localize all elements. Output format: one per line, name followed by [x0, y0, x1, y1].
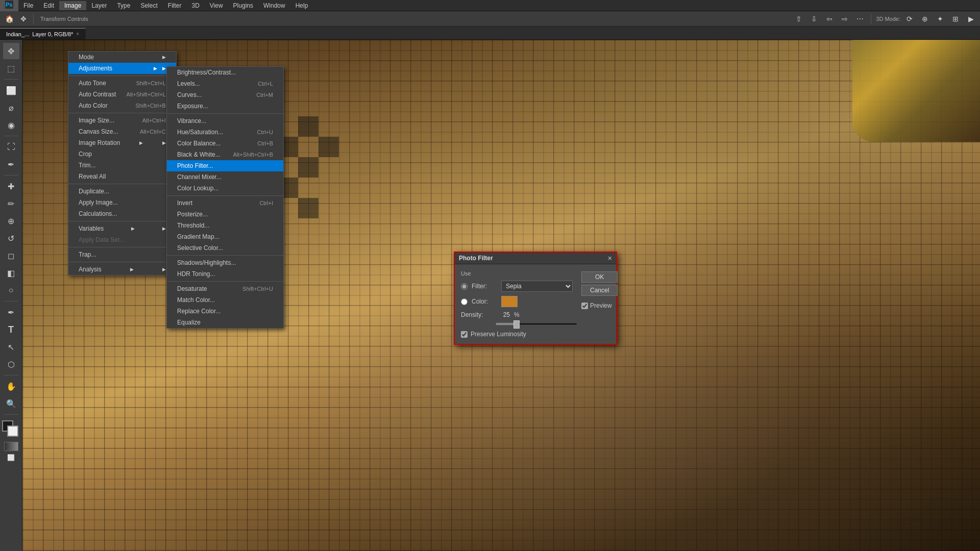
adj-hdr-toning[interactable]: HDR Toning... [167, 268, 283, 280]
pen-tool-btn[interactable]: ✒ [3, 304, 19, 320]
menu-item-crop[interactable]: Crop [68, 148, 176, 160]
menu-type[interactable]: Type [112, 1, 135, 10]
healing-tool-btn[interactable]: ✚ [3, 178, 19, 194]
quick-select-tool-btn[interactable]: ◉ [3, 117, 19, 133]
adj-levels[interactable]: Levels... Ctrl+L [167, 78, 283, 89]
3d-move-btn[interactable]: ⊞ [949, 13, 962, 25]
screen-mode-btn[interactable]: ⬜ [7, 454, 15, 461]
menu-item-calculations[interactable]: Calculations... [68, 208, 176, 219]
tb-btn-5[interactable]: ⋯ [854, 13, 866, 25]
adj-curves[interactable]: Curves... Ctrl+M [167, 89, 283, 101]
menu-window[interactable]: Window [258, 1, 290, 10]
lasso-tool-btn[interactable]: ⌀ [3, 99, 19, 116]
menu-item-duplicate[interactable]: Duplicate... [68, 186, 176, 197]
dodge-tool-btn[interactable]: ○ [3, 282, 19, 298]
menu-item-mode[interactable]: Mode [68, 52, 176, 63]
density-slider-track[interactable] [496, 322, 577, 325]
menu-plugins[interactable]: Plugins [228, 1, 258, 10]
menu-item-apply-image[interactable]: Apply Image... [68, 197, 176, 208]
hand-tool-btn[interactable]: ✋ [3, 378, 19, 394]
menu-3d[interactable]: 3D [186, 1, 204, 10]
menu-item-variables[interactable]: Variables ▶ [68, 223, 176, 234]
artboard-tool-btn[interactable]: ⬚ [3, 60, 19, 77]
3d-rotate-btn[interactable]: ⟳ [903, 13, 916, 25]
menu-item-adjustments[interactable]: Adjustments ▶ [68, 63, 176, 74]
adj-invert[interactable]: Invert Ctrl+I [167, 197, 283, 209]
history-brush-btn[interactable]: ↺ [3, 230, 19, 246]
crop-tool-btn[interactable]: ⛶ [3, 139, 19, 155]
menu-item-auto-contrast[interactable]: Auto Contrast Alt+Shift+Ctrl+L [68, 89, 176, 100]
home-btn[interactable]: 🏠 [3, 13, 15, 25]
menu-item-image-size[interactable]: Image Size... Alt+Ctrl+I [68, 115, 176, 126]
menu-edit[interactable]: Edit [38, 1, 59, 10]
preserve-luminosity-checkbox[interactable] [461, 331, 468, 338]
zoom-tool-btn[interactable]: 🔍 [3, 395, 19, 412]
adj-replace-color[interactable]: Replace Color... [167, 306, 283, 317]
menu-item-auto-tone[interactable]: Auto Tone Shift+Ctrl+L [68, 78, 176, 89]
eraser-tool-btn[interactable]: ◻ [3, 247, 19, 264]
filter-radio[interactable] [461, 283, 468, 290]
menu-select[interactable]: Select [135, 1, 162, 10]
adj-brightness-contrast[interactable]: Brightness/Contrast... [167, 67, 283, 78]
clone-tool-btn[interactable]: ⊕ [3, 213, 19, 229]
adj-exposure[interactable]: Exposure... [167, 101, 283, 112]
adj-match-color[interactable]: Match Color... [167, 294, 283, 306]
tb-btn-1[interactable]: ⇧ [793, 13, 805, 25]
tab-close-btn[interactable]: × [76, 31, 79, 37]
menu-layer[interactable]: Layer [86, 1, 112, 10]
tb-btn-3[interactable]: ⇦ [823, 13, 836, 25]
color-radio[interactable] [461, 298, 468, 305]
menu-help[interactable]: Help [290, 1, 313, 10]
tb-btn-4[interactable]: ⇨ [839, 13, 851, 25]
adj-color-lookup[interactable]: Color Lookup... [167, 183, 283, 194]
menu-item-analysis[interactable]: Analysis ▶ [68, 264, 176, 275]
path-select-btn[interactable]: ↖ [3, 339, 19, 355]
menu-file[interactable]: File [18, 1, 38, 10]
quick-mask-btn[interactable] [4, 442, 18, 451]
move-btn[interactable]: ✥ [17, 13, 30, 25]
shape-tool-btn[interactable]: ⬡ [3, 356, 19, 372]
adj-shadows-highlights[interactable]: Shadows/Highlights... [167, 257, 283, 268]
select-rect-tool-btn[interactable]: ⬜ [3, 82, 19, 98]
filter-select[interactable]: Sepia [501, 281, 573, 292]
adj-channel-mixer[interactable]: Channel Mixer... [167, 171, 283, 183]
menu-item-canvas-size[interactable]: Canvas Size... Alt+Ctrl+C [68, 126, 176, 137]
brush-tool-btn[interactable]: ✏ [3, 195, 19, 212]
menu-image[interactable]: Image [59, 1, 86, 10]
background-color[interactable] [7, 425, 18, 437]
color-swatch[interactable] [501, 296, 518, 307]
type-tool-btn[interactable]: T [3, 321, 19, 338]
menu-filter[interactable]: Filter [163, 1, 187, 10]
3d-pan-btn[interactable]: ⊕ [919, 13, 931, 25]
menu-item-image-rotation[interactable]: Image Rotation ▶ [68, 137, 176, 148]
dialog-ok-btn[interactable]: OK [581, 271, 618, 283]
tb-btn-2[interactable]: ⇩ [808, 13, 820, 25]
dialog-close-btn[interactable]: × [608, 255, 612, 262]
dialog-cancel-btn[interactable]: Cancel [581, 285, 618, 296]
preview-checkbox[interactable] [581, 303, 588, 309]
3d-zoom-btn[interactable]: ✦ [934, 13, 946, 25]
eyedropper-tool-btn[interactable]: ✒ [3, 156, 19, 172]
3d-video-btn[interactable]: ▶ [965, 13, 977, 25]
menu-item-trap[interactable]: Trap... [68, 249, 176, 260]
menu-ps[interactable]: Ps [0, 0, 18, 11]
gradient-tool-btn[interactable]: ◧ [3, 265, 19, 281]
adj-photo-filter[interactable]: Photo Filter... [167, 160, 283, 171]
density-slider-thumb[interactable] [513, 320, 520, 329]
menu-item-auto-color[interactable]: Auto Color Shift+Ctrl+B [68, 100, 176, 111]
adj-vibrance[interactable]: Vibrance... [167, 115, 283, 127]
menu-view[interactable]: View [205, 1, 228, 10]
adj-hue-saturation[interactable]: Hue/Saturation... Ctrl+U [167, 127, 283, 138]
menu-item-trim[interactable]: Trim... [68, 160, 176, 171]
adj-threshold[interactable]: Threshold... [167, 220, 283, 231]
menu-item-reveal-all[interactable]: Reveal All [68, 171, 176, 182]
document-tab[interactable]: Indian_... Layer 0, RGB/8* × [0, 28, 86, 39]
adj-black-white[interactable]: Black & White... Alt+Shift+Ctrl+B [167, 149, 283, 160]
move-tool-btn[interactable]: ✥ [3, 43, 19, 59]
adj-color-balance[interactable]: Color Balance... Ctrl+B [167, 138, 283, 149]
adj-posterize[interactable]: Posterize... [167, 209, 283, 220]
adj-desaturate[interactable]: Desaturate Shift+Ctrl+U [167, 283, 283, 294]
adj-selective-color[interactable]: Selective Color... [167, 242, 283, 254]
adj-equalize[interactable]: Equalize [167, 317, 283, 328]
adj-gradient-map[interactable]: Gradient Map... [167, 231, 283, 242]
